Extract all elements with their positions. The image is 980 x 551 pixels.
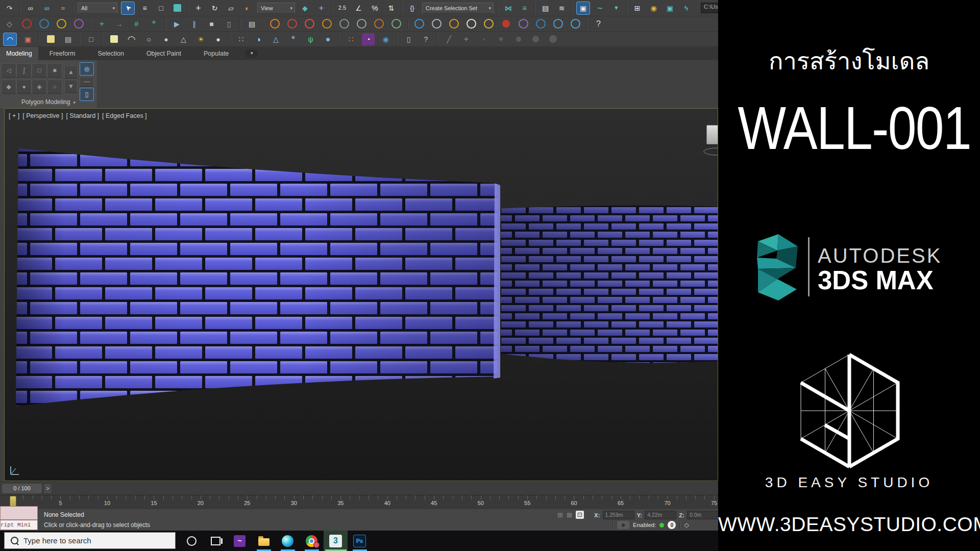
border-mode-button[interactable]: □	[32, 63, 47, 78]
target-preset-icon[interactable]	[534, 18, 547, 30]
mask-icon[interactable]: ◔	[362, 33, 375, 45]
edge-mode-button[interactable]: ʃ	[16, 63, 32, 78]
book-preset-icon[interactable]	[517, 18, 530, 30]
cone-primitive-icon[interactable]: △	[177, 33, 190, 45]
bonfire-preset-icon[interactable]	[286, 18, 299, 30]
select-by-name-icon[interactable]: ≡	[138, 2, 151, 14]
scale-icon[interactable]: ▱	[225, 2, 237, 14]
element-mode-button[interactable]: ◆	[1, 80, 16, 94]
cigarette-preset-icon[interactable]	[355, 18, 368, 30]
tab-freeform[interactable]: Freeform	[38, 47, 87, 60]
pivot-icon[interactable]: ◐	[241, 2, 254, 14]
help-circle-icon[interactable]: ?	[420, 33, 432, 45]
battery-icon[interactable]: ▯	[402, 33, 415, 45]
coord-field[interactable]: 4.22m	[645, 511, 676, 519]
isolate-toggle-icon[interactable]: ◇	[684, 521, 689, 529]
manipulate-icon[interactable]: +	[315, 2, 328, 14]
move-icon[interactable]: +	[192, 2, 205, 14]
burr-sphere-icon[interactable]: *	[287, 33, 300, 45]
pause-icon[interactable]: ∥	[188, 18, 201, 30]
show-end-result-button[interactable]: ◎	[80, 62, 94, 76]
pin-button[interactable]: —	[80, 77, 94, 87]
color-dots-icon[interactable]: ∷	[345, 33, 357, 45]
edit-named-selections-icon[interactable]: {}	[406, 2, 419, 14]
camera-icon[interactable]: □	[85, 33, 97, 45]
viewport-menu-standard[interactable]: [ Standard ]	[66, 112, 99, 119]
material-preview-icon[interactable]: ▣	[21, 33, 34, 45]
spinner-snap-icon[interactable]: ⇅	[385, 2, 398, 14]
fluid-gizmo-icon[interactable]: +	[95, 18, 108, 30]
viewcube[interactable]	[704, 123, 718, 163]
smoke-preset-icon[interactable]	[338, 18, 351, 30]
3dsmax-icon[interactable]: 3	[324, 531, 348, 551]
candle-preset-icon[interactable]	[373, 18, 385, 30]
percent-snap-icon[interactable]: %	[369, 2, 381, 14]
brush-icon[interactable]: ╱	[443, 33, 455, 45]
coord-field[interactable]: 1.259m	[603, 511, 634, 519]
add-icon[interactable]: +	[460, 33, 473, 45]
render-setup-icon[interactable]: ⊞	[631, 2, 644, 14]
grass-icon[interactable]: ψ	[304, 33, 317, 45]
explosion-preset-icon[interactable]	[303, 18, 316, 30]
selection-region-icon[interactable]: ⊞	[557, 511, 563, 519]
water-effect-icon[interactable]	[38, 18, 51, 30]
material-editor-icon[interactable]: ◉	[647, 2, 660, 14]
faded-dot-5[interactable]	[547, 33, 559, 45]
faded-dot-2[interactable]	[495, 33, 507, 45]
cube-effect-icon[interactable]	[72, 18, 85, 30]
beer-preset-icon[interactable]	[448, 18, 460, 30]
dope-sheet-icon[interactable]: ▼	[610, 2, 623, 14]
arctic-scene-icon[interactable]: ◠	[3, 33, 17, 46]
full-interactivity-button[interactable]: ○	[47, 80, 62, 94]
frame-counter[interactable]: 0 / 100	[2, 483, 42, 494]
taskbar-search[interactable]: Type here to search	[4, 532, 176, 549]
redo-icon[interactable]: ↷	[3, 2, 16, 14]
script-effect-icon[interactable]	[55, 18, 68, 30]
storyboard-icon[interactable]: ▤	[62, 33, 75, 45]
modifier-down-button[interactable]: ▼	[64, 80, 78, 93]
mirror-icon[interactable]: ⋈	[502, 2, 514, 14]
adaptive-degradation-button[interactable]: ◆	[617, 521, 629, 529]
particle-array-icon[interactable]: ∷	[235, 33, 248, 45]
honey-preset-icon[interactable]	[482, 18, 495, 30]
ribbon-toggle-icon[interactable]: ▣	[576, 2, 590, 15]
cylinder-toggle-button[interactable]: ▯	[80, 88, 94, 101]
droplet-preset-icon[interactable]	[413, 18, 426, 30]
region-select-icon[interactable]: □	[155, 2, 167, 14]
tab-modeling[interactable]: Modeling	[0, 47, 38, 60]
viewport-menu-shading[interactable]: [ Edged Faces ]	[102, 112, 147, 119]
ocean-preset-icon[interactable]	[569, 18, 582, 30]
frame-rate-button[interactable]: 0	[668, 521, 676, 529]
tab-object-paint[interactable]: Object Paint	[135, 47, 192, 60]
project-folder-field[interactable]: C:\Users\User\Documents	[701, 3, 718, 13]
plane-primitive-icon[interactable]	[108, 33, 120, 45]
cloud-preset-icon[interactable]	[390, 18, 403, 30]
faded-dot-3[interactable]	[512, 33, 525, 45]
help-icon[interactable]: ?	[592, 18, 605, 30]
teapot-primitive-icon[interactable]: ●	[160, 33, 173, 45]
curve-editor-icon[interactable]: ~	[594, 2, 606, 14]
file-explorer-icon[interactable]	[252, 531, 276, 551]
oval-primitive-icon[interactable]: ○	[142, 33, 155, 45]
snap-toggle-icon[interactable]: 2.5	[336, 2, 349, 14]
photoshop-icon[interactable]: Ps	[348, 531, 372, 551]
angle-snap-icon[interactable]: ∠	[352, 2, 365, 14]
flame-preset-icon[interactable]	[268, 18, 281, 30]
scene-explorer-icon[interactable]: ▤	[539, 2, 552, 14]
tab-selection[interactable]: Selection	[86, 47, 135, 60]
pin-stack-button[interactable]: ◈	[32, 80, 47, 94]
ice-preset-icon[interactable]	[430, 18, 443, 30]
selection-lock-icon[interactable]: ⊠	[567, 511, 572, 519]
lava-preset-icon[interactable]	[321, 18, 333, 30]
rendered-frame-icon[interactable]: ▣	[664, 2, 676, 14]
faded-dot-1[interactable]	[477, 33, 490, 45]
sphere-icon[interactable]: ●	[322, 33, 334, 45]
select-link-icon[interactable]: ∞	[24, 2, 37, 14]
layer-explorer-icon[interactable]: ≋	[555, 2, 568, 14]
moon-sphere-icon[interactable]: ◑	[252, 33, 265, 45]
fluid-burst-icon[interactable]: *	[148, 18, 160, 30]
coord-field[interactable]: 0.0m	[687, 511, 718, 519]
coord-system-dropdown[interactable]: View▾	[257, 3, 295, 14]
polygon-mode-button[interactable]: ■	[47, 63, 62, 78]
window-crossing-icon[interactable]	[171, 2, 184, 14]
